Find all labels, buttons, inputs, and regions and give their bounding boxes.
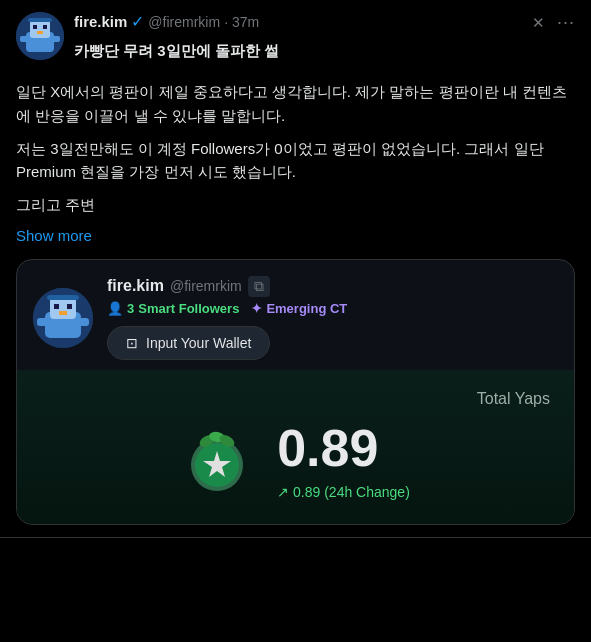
svg-rect-17 [79,318,89,326]
svg-rect-14 [59,311,67,315]
yap-value: 0.89 [277,418,410,478]
stats-title: Total Yaps [477,390,550,408]
svg-rect-6 [28,18,52,22]
stats-change: ↗ 0.89 (24h Change) [277,484,410,500]
display-name: fire.kim [74,13,127,30]
wallet-button[interactable]: ⊡ Input Your Wallet [107,326,270,360]
top-right-icons: ✕ ··· [532,12,575,33]
svg-rect-16 [37,318,47,326]
card-avatar [33,288,93,348]
card-name-row: fire.kim @firemrkim ⧉ [107,276,558,297]
x-icon[interactable]: ✕ [532,14,545,32]
change-value: 0.89 [293,484,320,500]
tweet-time: 37m [232,14,259,30]
username: @firemrkim [148,14,220,30]
tweet-para-1: 일단 X에서의 평판이 제일 중요하다고 생각합니다. 제가 말하는 평판이란 … [16,80,575,127]
svg-rect-5 [37,31,43,34]
followers-badge: 👤 3 Smart Followers [107,301,239,316]
embedded-card: fire.kim @firemrkim ⧉ 👤 3 Smart Follower… [16,259,575,525]
svg-rect-7 [20,36,28,42]
svg-rect-15 [47,295,79,300]
card-username: @firemrkim [170,278,242,294]
card-badges: 👤 3 Smart Followers ✦ Emerging CT [107,301,558,316]
tweet-heading: 카빵단 무려 3일만에 돌파한 썰 [74,39,575,62]
wallet-btn-label: Input Your Wallet [146,335,251,351]
verified-icon: ✓ [131,12,144,31]
tweet-para-2: 저는 3일전만해도 이 계정 Followers가 0이었고 평판이 없었습니다… [16,137,575,184]
svg-rect-11 [50,297,76,319]
followers-count: 3 [127,301,134,316]
show-more-link[interactable]: Show more [16,227,92,244]
separator: · [224,14,228,30]
tweet-header: fire.kim ✓ @firemrkim · 37m ✕ ··· 카빵단 무려… [16,12,575,70]
avatar[interactable] [16,12,64,60]
svg-rect-13 [67,304,72,309]
tweet-para-3: 그리고 주변 [16,193,575,216]
tweet-body: 일단 X에서의 평판이 제일 중요하다고 생각합니다. 제가 말하는 평판이란 … [16,80,575,216]
tweet-container: fire.kim ✓ @firemrkim · 37m ✕ ··· 카빵단 무려… [0,0,591,538]
svg-rect-12 [54,304,59,309]
svg-rect-4 [43,25,47,29]
card-display-name: fire.kim [107,277,164,295]
ct-icon: ✦ [251,301,262,316]
copy-icon[interactable]: ⧉ [248,276,270,297]
ct-badge: ✦ Emerging CT [251,301,347,316]
change-label: (24h Change) [324,484,410,500]
svg-rect-8 [52,36,60,42]
wallet-icon: ⊡ [126,335,138,351]
ct-label: Emerging CT [266,301,347,316]
person-icon: 👤 [107,301,123,316]
followers-label: Smart Followers [138,301,239,316]
arrow-up-icon: ↗ [277,484,289,500]
card-stats: Total Yaps [17,370,574,524]
more-icon[interactable]: ··· [557,12,575,33]
stats-main: 0.89 ↗ 0.89 (24h Change) [41,418,550,500]
stats-values: 0.89 ↗ 0.89 (24h Change) [277,418,410,500]
yap-coin-icon [181,423,253,495]
tweet-meta: fire.kim ✓ @firemrkim · 37m ✕ ··· 카빵단 무려… [74,12,575,70]
svg-rect-3 [33,25,37,29]
card-profile: fire.kim @firemrkim ⧉ 👤 3 Smart Follower… [17,260,574,370]
card-info: fire.kim @firemrkim ⧉ 👤 3 Smart Follower… [107,276,558,360]
